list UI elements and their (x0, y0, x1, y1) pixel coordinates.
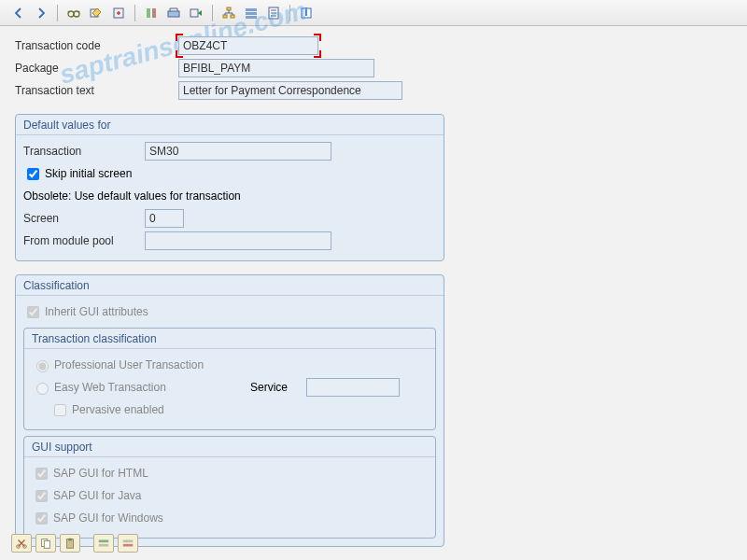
screen-field[interactable] (145, 209, 184, 228)
hierarchy-icon[interactable] (219, 4, 238, 22)
separator (212, 5, 213, 21)
content-area: Transaction code Package Transaction tex… (0, 26, 747, 547)
easy-radio (36, 383, 49, 395)
gui-win-checkbox (35, 512, 48, 525)
skip-checkbox[interactable] (27, 168, 39, 180)
cut-icon[interactable] (11, 534, 32, 553)
transaction-label: Transaction (23, 145, 145, 158)
svg-rect-23 (99, 540, 109, 543)
tc-subgroup-title: Transaction classification (24, 329, 435, 349)
svg-rect-22 (68, 539, 72, 541)
highlight-corner (314, 34, 321, 41)
svg-rect-25 (123, 540, 134, 543)
activate-icon[interactable] (164, 4, 183, 22)
svg-rect-12 (246, 12, 257, 15)
svg-rect-4 (147, 8, 150, 18)
svg-rect-11 (246, 8, 257, 11)
forward-icon[interactable] (32, 4, 50, 22)
inherit-checkbox (27, 306, 39, 318)
highlight-corner (314, 50, 321, 58)
pervasive-label: Pervasive enabled (72, 403, 164, 416)
prof-label: Professional User Transaction (54, 358, 204, 371)
where-used-icon[interactable] (242, 4, 261, 22)
object-list-icon[interactable] (264, 4, 283, 22)
paste-icon[interactable] (60, 534, 80, 553)
prof-radio (36, 360, 49, 372)
defaults-group-title: Default values for (16, 115, 444, 135)
svg-rect-24 (99, 544, 109, 547)
package-field[interactable] (178, 59, 374, 77)
insert-row-icon[interactable] (93, 534, 114, 553)
screen-label: Screen (23, 212, 145, 225)
svg-rect-10 (231, 15, 234, 18)
skip-label: Skip initial screen (45, 167, 132, 180)
separator (134, 5, 135, 21)
back-icon[interactable] (9, 4, 28, 22)
easy-label: Easy Web Transaction (54, 381, 250, 394)
copy-icon[interactable] (35, 534, 56, 553)
pool-field[interactable] (145, 231, 331, 250)
svg-rect-6 (168, 11, 179, 17)
svg-rect-20 (44, 540, 49, 548)
gui-html-checkbox (35, 468, 48, 480)
service-label: Service (250, 381, 306, 394)
transaction-field[interactable] (145, 142, 331, 161)
ttext-label: Transaction text (15, 84, 178, 97)
obsolete-text: Obsolete: Use default values for transac… (23, 189, 241, 203)
package-label: Package (15, 62, 178, 75)
separator (57, 5, 58, 21)
tcode-label: Transaction code (15, 39, 178, 52)
svg-rect-9 (223, 15, 227, 18)
svg-rect-13 (246, 16, 257, 19)
tcode-field[interactable] (178, 36, 318, 55)
svg-rect-5 (152, 8, 156, 18)
delete-row-icon[interactable] (118, 534, 138, 553)
glasses-icon[interactable] (64, 4, 83, 22)
highlight-corner (176, 34, 183, 41)
toolbar: i (0, 0, 747, 26)
check-icon[interactable] (142, 4, 161, 22)
inherit-label: Inherit GUI attributes (45, 305, 148, 318)
bottom-toolbar (11, 534, 138, 553)
other-object-icon[interactable] (109, 4, 128, 22)
ttext-field[interactable] (178, 81, 402, 100)
gui-win-label: SAP GUI for Windows (53, 511, 163, 525)
classification-group-title: Classification (16, 275, 444, 296)
highlight-corner (176, 50, 183, 58)
svg-rect-7 (190, 9, 198, 17)
service-field (306, 378, 400, 397)
svg-rect-8 (227, 7, 231, 10)
execute-icon[interactable] (187, 4, 205, 22)
svg-rect-26 (123, 544, 134, 547)
pool-label: From module pool (23, 234, 145, 247)
separator (289, 5, 290, 21)
gui-java-checkbox (35, 490, 48, 502)
svg-text:i: i (304, 6, 307, 19)
gui-html-label: SAP GUI for HTML (53, 467, 148, 480)
display-change-icon[interactable] (87, 4, 106, 22)
gui-java-label: SAP GUI for Java (53, 489, 141, 502)
pervasive-checkbox (54, 404, 66, 416)
gui-subgroup-title: GUI support (24, 437, 435, 457)
info-icon[interactable]: i (297, 4, 316, 22)
